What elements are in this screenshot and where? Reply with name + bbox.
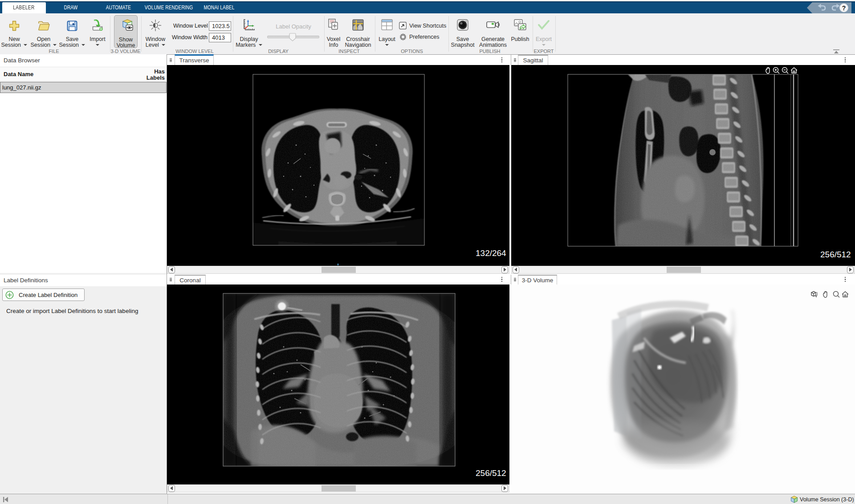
svg-text:?: ?	[842, 4, 846, 12]
